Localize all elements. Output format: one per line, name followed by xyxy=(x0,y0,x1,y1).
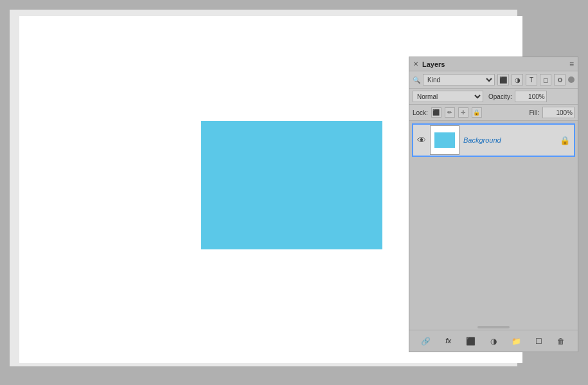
layer-thumb-color xyxy=(434,132,455,148)
kind-select[interactable]: Kind xyxy=(423,74,495,85)
lock-row: Lock: ⬛ ✏ ✛ 🔒 Fill: xyxy=(409,105,578,121)
filter-dot[interactable] xyxy=(568,76,575,83)
layers-list[interactable]: 👁 Background 🔒 xyxy=(409,121,578,330)
fill-label: Fill: xyxy=(529,109,539,116)
layer-visibility-icon[interactable]: 👁 xyxy=(417,135,426,145)
delete-icon[interactable]: 🗑 xyxy=(554,334,568,348)
new-layer-icon[interactable]: ☐ xyxy=(531,334,546,348)
filter-pixel-btn[interactable]: ⬛ xyxy=(497,74,509,85)
layer-thumbnail xyxy=(430,125,459,155)
filter-text-btn[interactable]: T xyxy=(526,74,537,85)
panel-footer: 🔗 fx ⬛ ◑ 📁 ☐ 🗑 xyxy=(409,330,578,352)
cyan-shape xyxy=(201,121,382,249)
link-icon[interactable]: 🔗 xyxy=(419,334,433,348)
filter-shape-btn[interactable]: ◻ xyxy=(540,74,551,85)
folder-icon[interactable]: 📁 xyxy=(509,334,523,348)
mask-icon[interactable]: ⬛ xyxy=(464,334,478,348)
panel-close-icon[interactable]: ✕ xyxy=(413,60,418,67)
search-icon: 🔍 xyxy=(413,76,420,84)
opacity-input[interactable] xyxy=(515,91,547,102)
opacity-label: Opacity: xyxy=(488,93,512,100)
lock-paint-btn[interactable]: ✏ xyxy=(445,107,455,118)
blend-row: Normal Opacity: xyxy=(409,89,578,105)
filter-adjust-btn[interactable]: ◑ xyxy=(512,74,523,85)
adjustment-icon[interactable]: ◑ xyxy=(486,334,501,348)
lock-pixels-btn[interactable]: ⬛ xyxy=(431,107,441,118)
filter-smart-btn[interactable]: ⚙ xyxy=(554,74,566,85)
panel-header: ✕ Layers ≡ xyxy=(409,57,578,71)
panel-title: Layers xyxy=(422,60,445,68)
layer-lock-icon[interactable]: 🔒 xyxy=(560,136,570,145)
fx-icon[interactable]: fx xyxy=(441,334,456,348)
lock-all-btn[interactable]: 🔒 xyxy=(472,107,482,118)
lock-label: Lock: xyxy=(413,109,428,116)
filter-row: 🔍 Kind ⬛ ◑ T ◻ ⚙ xyxy=(409,71,578,89)
layer-name: Background xyxy=(463,136,556,144)
lock-transform-btn[interactable]: ✛ xyxy=(458,107,468,118)
panel-header-left: ✕ Layers xyxy=(413,60,445,68)
layer-item[interactable]: 👁 Background 🔒 xyxy=(412,123,575,157)
fill-input[interactable] xyxy=(542,107,575,118)
blend-mode-select[interactable]: Normal xyxy=(413,91,483,102)
scrollbar-indicator xyxy=(477,326,510,328)
layers-panel: ✕ Layers ≡ 🔍 Kind ⬛ ◑ T ◻ ⚙ Normal Opaci… xyxy=(409,57,578,352)
panel-menu-icon[interactable]: ≡ xyxy=(569,60,574,69)
